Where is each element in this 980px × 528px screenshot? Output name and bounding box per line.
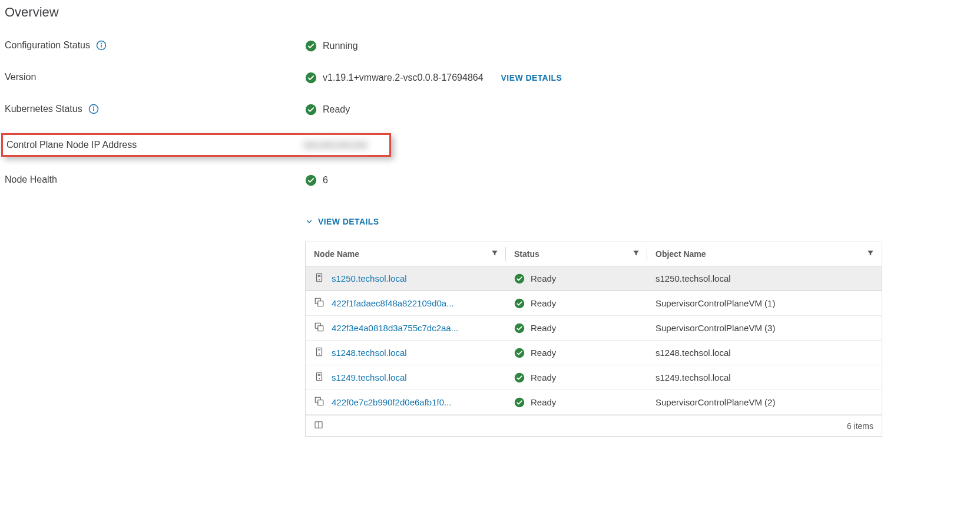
host-icon — [314, 346, 325, 359]
col-object-name-text: Object Name — [655, 249, 706, 259]
version-label-text: Version — [5, 72, 36, 82]
vm-icon — [314, 396, 325, 408]
node-name-link[interactable]: 422f3e4a0818d3a755c7dc2aa... — [332, 323, 458, 333]
check-icon — [514, 348, 525, 358]
check-icon — [514, 273, 525, 284]
host-icon — [314, 371, 325, 384]
object-name-text: s1249.techsol.local — [655, 372, 731, 382]
chevron-down-icon — [305, 217, 313, 226]
version-label: Version — [5, 70, 305, 85]
object-name-text: SupervisorControlPlaneVM (1) — [655, 298, 775, 308]
control-plane-ip-label: Control Plane Node IP Address — [6, 140, 303, 150]
config-status-label-text: Configuration Status — [5, 40, 90, 51]
check-icon — [514, 298, 525, 309]
version-view-details-link[interactable]: VIEW DETAILS — [501, 73, 562, 82]
vm-icon — [314, 297, 325, 309]
check-icon — [514, 372, 525, 383]
version-value: v1.19.1+vmware.2-vsc0.0.8-17694864 VIEW … — [305, 70, 980, 86]
node-status-text: Ready — [531, 372, 556, 382]
table-footer: 6 items — [306, 415, 882, 436]
node-health-value: 6 — [305, 172, 980, 189]
page-title: Overview — [5, 5, 980, 20]
col-node-name-text: Node Name — [314, 249, 359, 259]
info-icon[interactable] — [88, 104, 99, 114]
config-status-label: Configuration Status — [5, 38, 305, 53]
table-row[interactable]: 422f1fadaec8f48a822109d0a...ReadySupervi… — [306, 291, 882, 316]
col-status[interactable]: Status — [506, 242, 647, 266]
node-status-text: Ready — [531, 273, 556, 283]
k8s-status-label: Kubernetes Status — [5, 101, 305, 117]
node-status-text: Ready — [531, 348, 556, 358]
check-icon — [305, 72, 317, 84]
node-status-text: Ready — [531, 298, 556, 308]
object-name-text: SupervisorControlPlaneVM (3) — [655, 323, 775, 333]
table-row[interactable]: s1249.techsol.localReadys1249.techsol.lo… — [306, 365, 882, 390]
config-status-value-text: Running — [323, 41, 358, 51]
filter-icon[interactable] — [632, 249, 640, 259]
control-plane-ip-value-text: xxx.xxx.xxx.xxx — [303, 140, 368, 150]
check-icon — [305, 174, 317, 186]
vm-icon — [314, 322, 325, 334]
nodes-table: Node Name Status Object Name s1250.techs… — [305, 242, 882, 437]
node-health-view-details-text: VIEW DETAILS — [318, 217, 379, 226]
col-object-name[interactable]: Object Name — [647, 242, 882, 266]
table-row[interactable]: 422f0e7c2b990f2d0e6afb1f0...ReadySupervi… — [306, 390, 882, 415]
object-name-text: s1248.techsol.local — [655, 348, 731, 358]
check-icon — [514, 397, 525, 408]
table-row[interactable]: s1248.techsol.localReadys1248.techsol.lo… — [306, 341, 882, 365]
k8s-status-label-text: Kubernetes Status — [5, 104, 82, 114]
node-name-link[interactable]: 422f0e7c2b990f2d0e6afb1f0... — [332, 397, 452, 407]
check-icon — [305, 40, 317, 52]
node-health-label: Node Health — [5, 172, 305, 187]
check-icon — [514, 323, 525, 334]
node-status-text: Ready — [531, 397, 556, 407]
node-name-link[interactable]: s1250.techsol.local — [332, 273, 407, 283]
version-value-text: v1.19.1+vmware.2-vsc0.0.8-17694864 — [323, 72, 484, 83]
table-item-count: 6 items — [847, 421, 873, 431]
filter-icon[interactable] — [866, 249, 875, 259]
config-status-value: Running — [305, 38, 980, 54]
filter-icon[interactable] — [491, 249, 499, 259]
object-name-text: s1250.techsol.local — [655, 273, 731, 283]
table-row[interactable]: s1250.techsol.localReadys1250.techsol.lo… — [306, 266, 882, 291]
node-name-link[interactable]: s1248.techsol.local — [332, 348, 407, 358]
col-node-name[interactable]: Node Name — [306, 242, 506, 266]
check-icon — [305, 104, 317, 116]
col-status-text: Status — [514, 249, 539, 259]
control-plane-ip-highlight: Control Plane Node IP Address xxx.xxx.xx… — [1, 133, 391, 157]
host-icon — [314, 272, 325, 285]
control-plane-ip-label-text: Control Plane Node IP Address — [6, 140, 137, 150]
object-name-text: SupervisorControlPlaneVM (2) — [655, 397, 775, 407]
info-icon[interactable] — [96, 40, 107, 51]
control-plane-ip-value: xxx.xxx.xxx.xxx — [303, 140, 386, 150]
k8s-status-value-text: Ready — [323, 104, 350, 115]
column-picker-icon[interactable] — [314, 420, 323, 431]
k8s-status-value: Ready — [305, 101, 980, 118]
node-health-value-text: 6 — [323, 175, 328, 186]
node-health-view-details-link[interactable]: VIEW DETAILS — [305, 217, 980, 226]
node-name-link[interactable]: s1249.techsol.local — [332, 372, 407, 382]
node-name-link[interactable]: 422f1fadaec8f48a822109d0a... — [332, 298, 454, 308]
node-status-text: Ready — [531, 323, 556, 333]
table-row[interactable]: 422f3e4a0818d3a755c7dc2aa...ReadySupervi… — [306, 316, 882, 341]
node-health-label-text: Node Health — [5, 174, 57, 185]
